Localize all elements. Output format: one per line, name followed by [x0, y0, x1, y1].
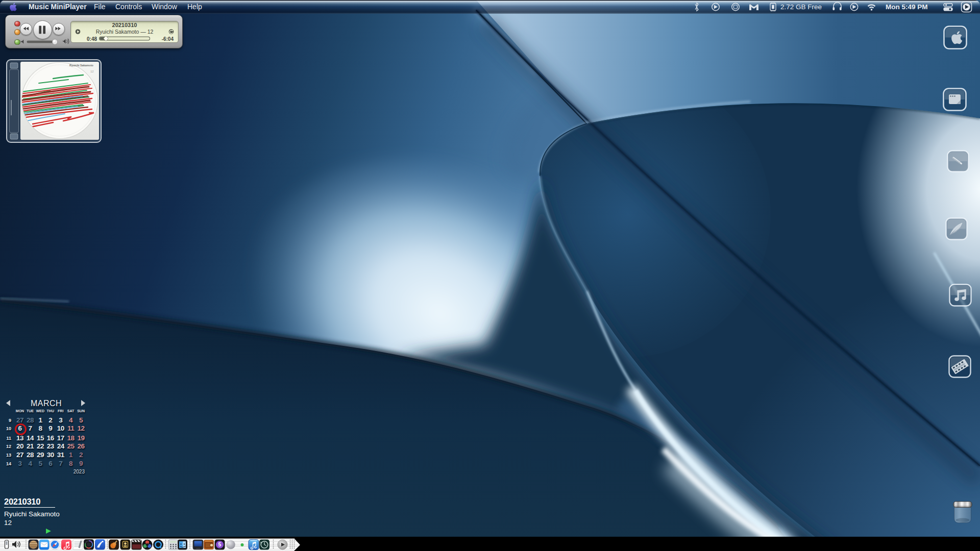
- svg-text:12: 12: [90, 70, 94, 73]
- svg-text:5: 5: [218, 541, 222, 547]
- svg-text:Ryuichi Sakamoto: Ryuichi Sakamoto: [69, 64, 93, 67]
